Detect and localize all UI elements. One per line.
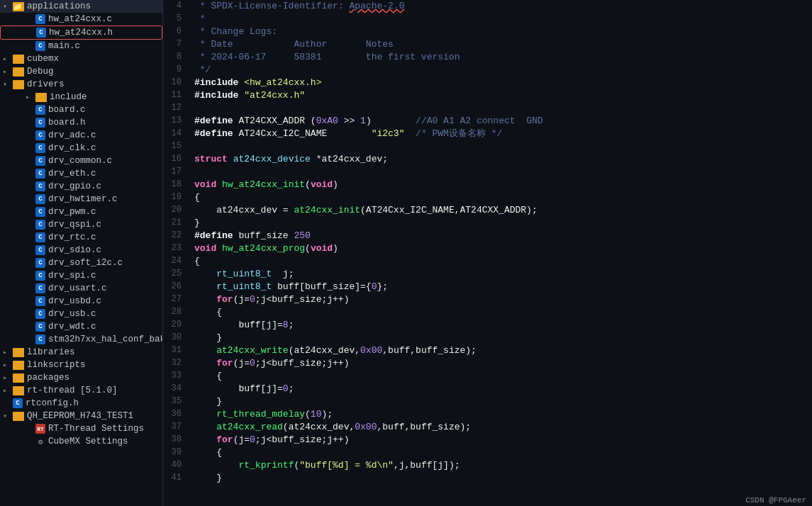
sidebar-item-debug[interactable]: Debug [0, 65, 162, 78]
folder-icon [13, 2, 24, 11]
line-content: buff[j]=8; [189, 319, 812, 332]
statusbar: CSDN @FPGAeer [740, 495, 812, 506]
line-number: 38 [163, 434, 189, 446]
line-number: 33 [163, 370, 189, 383]
line-content: */ [189, 64, 812, 77]
c-file-icon: C [35, 105, 45, 115]
c-file-icon: C [35, 220, 45, 230]
sidebar-item-hw_at24cxx_c[interactable]: C hw_at24cxx.c [0, 13, 162, 26]
sidebar-item-board_c[interactable]: C board.c [0, 103, 162, 116]
line-content: } [189, 472, 812, 485]
sidebar-item-packages[interactable]: packages [0, 371, 162, 384]
line-number: 40 [163, 459, 189, 472]
sidebar-item-label: packages [27, 373, 69, 383]
line-number: 20 [163, 204, 189, 217]
line-content: struct at24cxx_device *at24cxx_dev; [189, 153, 812, 166]
line-content: { [189, 191, 812, 204]
sidebar-item-label: drv_wdt.c [48, 322, 96, 332]
line-content: #define buff_size 250 [189, 230, 812, 242]
table-row: 34 buff[j]=0; [163, 383, 812, 395]
table-row: 4 * SPDX-License-Identifier: Apache-2.0 [163, 0, 812, 13]
sidebar-item-rt_thread_settings[interactable]: RT RT-Thread Settings [0, 422, 162, 435]
line-number: 14 [163, 128, 189, 140]
sidebar-item-drv_rtc_c[interactable]: C drv_rtc.c [0, 231, 162, 244]
line-number: 37 [163, 421, 189, 434]
sidebar-item-libraries[interactable]: libraries [0, 346, 162, 359]
table-row: 28 { [163, 306, 812, 319]
sidebar-item-label: drv_adc.c [48, 130, 96, 140]
table-row: 20 at24cxx_dev = at24cxx_init(AT24Cxx_I2… [163, 204, 812, 217]
sidebar-item-qh_eeprom[interactable]: QH_EEPROM_H743_TEST1 [0, 410, 162, 422]
table-row: 32 for(j=0;j<buff_size;j++) [163, 357, 812, 370]
sidebar-item-drv_usbd_c[interactable]: C drv_usbd.c [0, 295, 162, 308]
sidebar-item-main_c[interactable]: C main.c [0, 40, 162, 52]
folder-icon [13, 386, 24, 395]
sidebar-item-label: drv_rtc.c [48, 232, 96, 242]
c-file-icon: C [35, 258, 45, 268]
table-row: 36 rt_thread_mdelay(10); [163, 408, 812, 421]
c-file-icon: C [35, 41, 45, 51]
table-row: 38 for(j=0;j<buff_size;j++) [163, 434, 812, 446]
line-content: #define AT24Cxx_I2C_NAME "i2c3" /* PWM设备… [189, 128, 812, 140]
table-row: 25 rt_uint8_t j; [163, 268, 812, 281]
line-number: 12 [163, 102, 189, 115]
sidebar-item-label: Debug [27, 67, 54, 77]
sidebar-item-drv_hwtimer_c[interactable]: C drv_hwtimer.c [0, 193, 162, 206]
table-row: 5 * [163, 13, 812, 26]
sidebar-item-label: drv_spi.c [48, 271, 96, 281]
sidebar-item-drivers[interactable]: drivers [0, 78, 162, 91]
folder-icon [13, 55, 24, 64]
table-row: 17 [163, 166, 812, 179]
line-number: 22 [163, 230, 189, 242]
sidebar-item-linkscripts[interactable]: linkscripts [0, 359, 162, 371]
sidebar-item-drv_soft_i2c_c[interactable]: C drv_soft_i2c.c [0, 257, 162, 269]
code-editor[interactable]: 4 * SPDX-License-Identifier: Apache-2.0 … [163, 0, 812, 506]
c-file-icon: C [35, 143, 45, 153]
arrow-icon [3, 361, 13, 369]
sidebar-item-drv_clk_c[interactable]: C drv_clk.c [0, 142, 162, 154]
sidebar-item-drv_usart_c[interactable]: C drv_usart.c [0, 282, 162, 295]
c-file-icon: C [35, 334, 45, 344]
sidebar-item-drv_gpio_c[interactable]: C drv_gpio.c [0, 180, 162, 193]
line-content [189, 140, 812, 153]
file-tree[interactable]: applications C hw_at24cxx.c C hw_at24cxx… [0, 0, 163, 506]
sidebar-item-rtconfig_h[interactable]: C rtconfig.h [0, 397, 162, 410]
sidebar-item-drv_eth_c[interactable]: C drv_eth.c [0, 167, 162, 180]
table-row: 29 buff[j]=8; [163, 319, 812, 332]
table-row: 13 #define AT24CXX_ADDR (0xA0 >> 1) //A0… [163, 115, 812, 128]
table-row: 21 } [163, 217, 812, 230]
line-content [189, 166, 812, 179]
line-content: at24cxx_read(at24cxx_dev,0x00,buff,buff_… [189, 421, 812, 434]
table-row: 16 struct at24cxx_device *at24cxx_dev; [163, 153, 812, 166]
sidebar-item-drv_spi_c[interactable]: C drv_spi.c [0, 269, 162, 282]
sidebar-item-drv_pwm_c[interactable]: C drv_pwm.c [0, 206, 162, 218]
line-content: for(j=0;j<buff_size;j++) [189, 293, 812, 306]
line-number: 17 [163, 166, 189, 179]
sidebar-item-drv_wdt_c[interactable]: C drv_wdt.c [0, 320, 162, 333]
c-file-icon: C [35, 118, 45, 128]
sidebar-item-board_h[interactable]: C board.h [0, 116, 162, 129]
sidebar-item-cubemx_settings[interactable]: CubeMX Settings [0, 435, 162, 448]
sidebar-item-hw_at24cxx_h[interactable]: C hw_at24cxx.h [0, 26, 162, 40]
line-content: at24cxx_dev = at24cxx_init(AT24Cxx_I2C_N… [189, 204, 812, 217]
sidebar-item-drv_adc_c[interactable]: C drv_adc.c [0, 129, 162, 142]
sidebar-item-stm32h7xx[interactable]: C stm32h7xx_hal_conf_bak.h [0, 333, 162, 346]
sidebar-item-cubemx[interactable]: cubemx [0, 52, 162, 65]
sidebar-item-drv_qspi_c[interactable]: C drv_qspi.c [0, 218, 162, 231]
sidebar-item-rt_thread[interactable]: rt-thread [5.1.0] [0, 384, 162, 397]
table-row: 15 [163, 140, 812, 153]
c-file-icon: C [35, 130, 45, 140]
line-number: 19 [163, 191, 189, 204]
sidebar-item-label: board.h [48, 118, 86, 128]
sidebar-item-drv_usb_c[interactable]: C drv_usb.c [0, 308, 162, 320]
folder-icon [13, 348, 24, 357]
sidebar-item-label: applications [27, 1, 91, 11]
sidebar-item-include[interactable]: include [0, 91, 162, 103]
c-file-icon: C [35, 296, 45, 306]
table-row: 41 } [163, 472, 812, 485]
sidebar-item-applications[interactable]: applications [0, 0, 162, 13]
sidebar-item-drv_sdio_c[interactable]: C drv_sdio.c [0, 244, 162, 257]
sidebar-item-drv_common_c[interactable]: C drv_common.c [0, 154, 162, 167]
line-content: rt_uint8_t buff[buff_size]={0}; [189, 281, 812, 293]
line-number: 27 [163, 293, 189, 306]
